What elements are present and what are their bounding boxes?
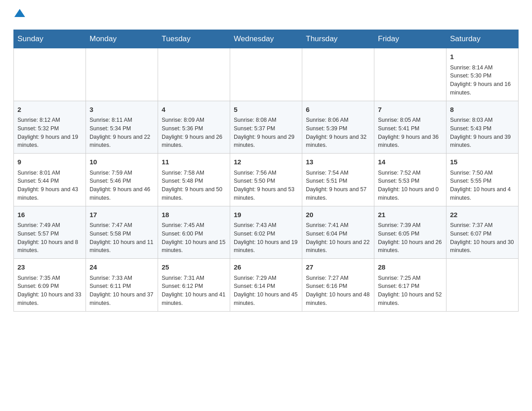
logo-triangle-icon	[14, 9, 25, 17]
day-info: Sunrise: 7:35 AM Sunset: 6:09 PM Dayligh…	[17, 274, 82, 308]
day-info: Sunrise: 7:27 AM Sunset: 6:16 PM Dayligh…	[306, 274, 370, 308]
week-row-2: 2Sunrise: 8:12 AM Sunset: 5:32 PM Daylig…	[14, 101, 519, 154]
day-number: 16	[17, 210, 82, 220]
day-cell: 15Sunrise: 7:50 AM Sunset: 5:55 PM Dayli…	[446, 154, 519, 206]
day-info: Sunrise: 7:52 AM Sunset: 5:53 PM Dayligh…	[378, 169, 442, 202]
day-cell: 6Sunrise: 8:06 AM Sunset: 5:39 PM Daylig…	[302, 101, 374, 154]
day-cell: 26Sunrise: 7:29 AM Sunset: 6:14 PM Dayli…	[230, 259, 302, 312]
day-cell: 1Sunrise: 8:14 AM Sunset: 5:30 PM Daylig…	[446, 48, 519, 101]
day-number: 2	[17, 105, 82, 115]
day-info: Sunrise: 8:12 AM Sunset: 5:32 PM Dayligh…	[17, 116, 82, 150]
calendar-table: SundayMondayTuesdayWednesdayThursdayFrid…	[13, 30, 519, 312]
day-cell: 8Sunrise: 8:03 AM Sunset: 5:43 PM Daylig…	[446, 101, 519, 154]
day-cell: 18Sunrise: 7:45 AM Sunset: 6:00 PM Dayli…	[158, 206, 230, 259]
day-number: 6	[306, 105, 370, 115]
day-cell: 4Sunrise: 8:09 AM Sunset: 5:36 PM Daylig…	[158, 101, 230, 154]
logo	[13, 9, 25, 21]
day-cell	[446, 259, 519, 312]
day-info: Sunrise: 8:05 AM Sunset: 5:41 PM Dayligh…	[378, 116, 442, 150]
day-cell: 23Sunrise: 7:35 AM Sunset: 6:09 PM Dayli…	[14, 259, 86, 312]
weekday-header-tuesday: Tuesday	[158, 30, 230, 48]
day-info: Sunrise: 8:03 AM Sunset: 5:43 PM Dayligh…	[450, 116, 515, 150]
day-info: Sunrise: 8:09 AM Sunset: 5:36 PM Dayligh…	[162, 116, 226, 150]
day-cell: 21Sunrise: 7:39 AM Sunset: 6:05 PM Dayli…	[374, 206, 446, 259]
day-number: 23	[17, 262, 82, 273]
day-cell: 3Sunrise: 8:11 AM Sunset: 5:34 PM Daylig…	[86, 101, 158, 154]
day-cell: 24Sunrise: 7:33 AM Sunset: 6:11 PM Dayli…	[86, 259, 158, 312]
weekday-header-row: SundayMondayTuesdayWednesdayThursdayFrid…	[14, 30, 519, 48]
week-row-4: 16Sunrise: 7:49 AM Sunset: 5:57 PM Dayli…	[14, 206, 519, 259]
weekday-header-wednesday: Wednesday	[230, 30, 302, 48]
day-number: 10	[90, 157, 154, 167]
day-info: Sunrise: 8:14 AM Sunset: 5:30 PM Dayligh…	[450, 64, 515, 97]
weekday-header-friday: Friday	[374, 30, 446, 48]
day-number: 3	[90, 105, 154, 115]
day-info: Sunrise: 7:58 AM Sunset: 5:48 PM Dayligh…	[162, 169, 226, 202]
day-info: Sunrise: 7:29 AM Sunset: 6:14 PM Dayligh…	[234, 274, 298, 308]
day-number: 15	[450, 157, 515, 167]
day-cell	[230, 48, 302, 101]
day-cell: 14Sunrise: 7:52 AM Sunset: 5:53 PM Dayli…	[374, 154, 446, 206]
week-row-5: 23Sunrise: 7:35 AM Sunset: 6:09 PM Dayli…	[14, 259, 519, 312]
day-info: Sunrise: 7:43 AM Sunset: 6:02 PM Dayligh…	[234, 221, 298, 255]
day-cell: 7Sunrise: 8:05 AM Sunset: 5:41 PM Daylig…	[374, 101, 446, 154]
day-cell: 16Sunrise: 7:49 AM Sunset: 5:57 PM Dayli…	[14, 206, 86, 259]
day-cell	[86, 48, 158, 101]
day-number: 13	[306, 157, 370, 167]
day-cell: 5Sunrise: 8:08 AM Sunset: 5:37 PM Daylig…	[230, 101, 302, 154]
day-info: Sunrise: 7:31 AM Sunset: 6:12 PM Dayligh…	[162, 274, 226, 308]
day-number: 21	[378, 210, 442, 220]
day-number: 9	[17, 157, 82, 167]
day-cell: 20Sunrise: 7:41 AM Sunset: 6:04 PM Dayli…	[302, 206, 374, 259]
day-info: Sunrise: 7:37 AM Sunset: 6:07 PM Dayligh…	[450, 221, 515, 255]
day-cell	[14, 48, 86, 101]
day-cell: 10Sunrise: 7:59 AM Sunset: 5:46 PM Dayli…	[86, 154, 158, 206]
day-number: 4	[162, 105, 226, 115]
day-cell: 25Sunrise: 7:31 AM Sunset: 6:12 PM Dayli…	[158, 259, 230, 312]
day-cell: 9Sunrise: 8:01 AM Sunset: 5:44 PM Daylig…	[14, 154, 86, 206]
day-number: 22	[450, 210, 515, 220]
day-number: 11	[162, 157, 226, 167]
week-row-1: 1Sunrise: 8:14 AM Sunset: 5:30 PM Daylig…	[14, 48, 519, 101]
weekday-header-saturday: Saturday	[446, 30, 519, 48]
day-info: Sunrise: 7:56 AM Sunset: 5:50 PM Dayligh…	[234, 169, 298, 202]
day-info: Sunrise: 7:59 AM Sunset: 5:46 PM Dayligh…	[90, 169, 154, 202]
day-number: 27	[306, 262, 370, 273]
day-info: Sunrise: 7:54 AM Sunset: 5:51 PM Dayligh…	[306, 169, 370, 202]
week-row-3: 9Sunrise: 8:01 AM Sunset: 5:44 PM Daylig…	[14, 154, 519, 206]
day-cell	[158, 48, 230, 101]
day-cell	[302, 48, 374, 101]
weekday-header-thursday: Thursday	[302, 30, 374, 48]
day-number: 7	[378, 105, 442, 115]
day-number: 5	[234, 105, 298, 115]
day-number: 18	[162, 210, 226, 220]
day-cell: 11Sunrise: 7:58 AM Sunset: 5:48 PM Dayli…	[158, 154, 230, 206]
day-number: 28	[378, 262, 442, 273]
day-number: 8	[450, 105, 515, 115]
day-info: Sunrise: 8:08 AM Sunset: 5:37 PM Dayligh…	[234, 116, 298, 150]
day-info: Sunrise: 7:39 AM Sunset: 6:05 PM Dayligh…	[378, 221, 442, 255]
day-cell: 27Sunrise: 7:27 AM Sunset: 6:16 PM Dayli…	[302, 259, 374, 312]
day-info: Sunrise: 7:33 AM Sunset: 6:11 PM Dayligh…	[90, 274, 154, 308]
day-cell: 22Sunrise: 7:37 AM Sunset: 6:07 PM Dayli…	[446, 206, 519, 259]
day-info: Sunrise: 7:45 AM Sunset: 6:00 PM Dayligh…	[162, 221, 226, 255]
day-number: 12	[234, 157, 298, 167]
day-number: 20	[306, 210, 370, 220]
page-header	[13, 9, 519, 21]
day-cell: 2Sunrise: 8:12 AM Sunset: 5:32 PM Daylig…	[14, 101, 86, 154]
day-info: Sunrise: 7:49 AM Sunset: 5:57 PM Dayligh…	[17, 221, 82, 255]
day-number: 26	[234, 262, 298, 273]
day-cell: 28Sunrise: 7:25 AM Sunset: 6:17 PM Dayli…	[374, 259, 446, 312]
day-cell: 12Sunrise: 7:56 AM Sunset: 5:50 PM Dayli…	[230, 154, 302, 206]
day-info: Sunrise: 8:01 AM Sunset: 5:44 PM Dayligh…	[17, 169, 82, 202]
day-number: 14	[378, 157, 442, 167]
day-cell: 17Sunrise: 7:47 AM Sunset: 5:58 PM Dayli…	[86, 206, 158, 259]
day-info: Sunrise: 7:47 AM Sunset: 5:58 PM Dayligh…	[90, 221, 154, 255]
day-number: 1	[450, 52, 515, 62]
day-number: 25	[162, 262, 226, 273]
day-info: Sunrise: 7:25 AM Sunset: 6:17 PM Dayligh…	[378, 274, 442, 308]
day-number: 17	[90, 210, 154, 220]
day-number: 19	[234, 210, 298, 220]
weekday-header-sunday: Sunday	[14, 30, 86, 48]
day-info: Sunrise: 8:11 AM Sunset: 5:34 PM Dayligh…	[90, 116, 154, 150]
